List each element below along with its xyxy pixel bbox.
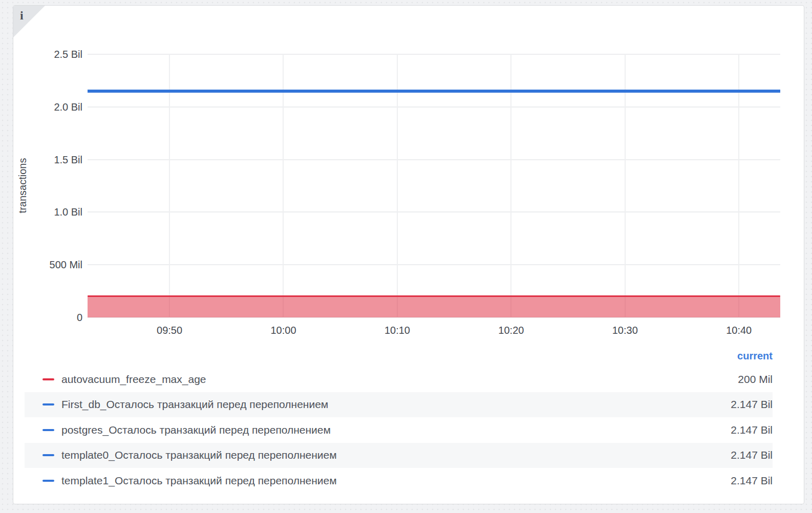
- series-current-value: 2.147 Bil: [731, 424, 773, 436]
- y-axis-tick-label: 2.0 Bil: [21, 101, 82, 113]
- series-current-value: 200 Mil: [738, 373, 773, 386]
- panel-info-corner[interactable]: i: [13, 6, 45, 37]
- gridline-vertical: [283, 54, 284, 317]
- x-axis-tick-label: 10:20: [480, 324, 542, 336]
- series-color-marker[interactable]: [42, 403, 54, 405]
- series-color-marker[interactable]: [42, 480, 54, 482]
- y-axis-tick-label: 0: [21, 311, 82, 324]
- series-current-value: 2.147 Bil: [731, 398, 773, 411]
- x-axis-tick-label: 10:40: [708, 324, 770, 336]
- panel: i transactions current autovacuum_freeze…: [13, 5, 804, 504]
- series-area-fill: [88, 297, 780, 317]
- gridline-vertical: [738, 54, 739, 317]
- series-label[interactable]: autovacuum_freeze_max_age: [61, 373, 738, 386]
- gridline-vertical: [625, 54, 626, 317]
- info-icon: i: [20, 9, 24, 23]
- legend-row: template0_Осталось транзакций перед пере…: [25, 443, 773, 468]
- info-corner-triangle: [13, 6, 45, 37]
- gridline-horizontal: [88, 106, 780, 108]
- gridline-horizontal: [88, 159, 780, 160]
- legend-row: First_db_Осталось транзакций перед переп…: [25, 392, 773, 418]
- series-color-marker[interactable]: [42, 378, 54, 380]
- series-current-value: 2.147 Bil: [731, 475, 773, 487]
- y-axis-tick-label: 2.5 Bil: [21, 48, 82, 60]
- series-label[interactable]: First_db_Осталось транзакций перед переп…: [61, 398, 731, 411]
- series-line: [88, 90, 780, 93]
- series-line: [88, 295, 780, 297]
- gridline-vertical: [169, 54, 170, 317]
- x-axis-tick-label: 10:30: [594, 324, 656, 336]
- legend-rows: autovacuum_freeze_max_age200 MilFirst_db…: [25, 367, 773, 494]
- legend-current-column-header[interactable]: current: [737, 350, 773, 362]
- y-axis-tick-label: 1.0 Bil: [21, 206, 82, 218]
- series-current-value: 2.147 Bil: [731, 449, 773, 461]
- series-label[interactable]: template0_Осталось транзакций перед пере…: [61, 449, 731, 461]
- series-label[interactable]: template1_Осталось транзакций перед пере…: [61, 475, 731, 487]
- legend-row: autovacuum_freeze_max_age200 Mil: [25, 367, 773, 392]
- x-axis-tick-label: 10:00: [252, 324, 314, 336]
- y-axis-tick-label: 500 Mil: [21, 259, 82, 271]
- plot-area: [88, 54, 780, 317]
- series-color-marker[interactable]: [42, 454, 54, 456]
- gridline-horizontal: [88, 211, 780, 212]
- series-color-marker[interactable]: [42, 429, 54, 431]
- gridline-vertical: [397, 54, 398, 317]
- y-axis-tick-label: 1.5 Bil: [21, 154, 82, 166]
- x-axis-tick-label: 10:10: [367, 324, 428, 336]
- x-axis-tick-label: 09:50: [139, 324, 200, 336]
- gridline-vertical: [510, 54, 511, 317]
- legend-row: template1_Осталось транзакций перед пере…: [25, 468, 773, 494]
- legend-row: postgres_Осталось транзакций перед переп…: [25, 417, 773, 443]
- gridline-horizontal: [88, 264, 780, 265]
- legend-header: current: [25, 345, 773, 367]
- gridline-horizontal: [88, 54, 780, 55]
- series-label[interactable]: postgres_Осталось транзакций перед переп…: [61, 424, 731, 436]
- legend: current autovacuum_freeze_max_age200 Mil…: [25, 345, 773, 494]
- y-axis-title: transactions: [17, 114, 29, 258]
